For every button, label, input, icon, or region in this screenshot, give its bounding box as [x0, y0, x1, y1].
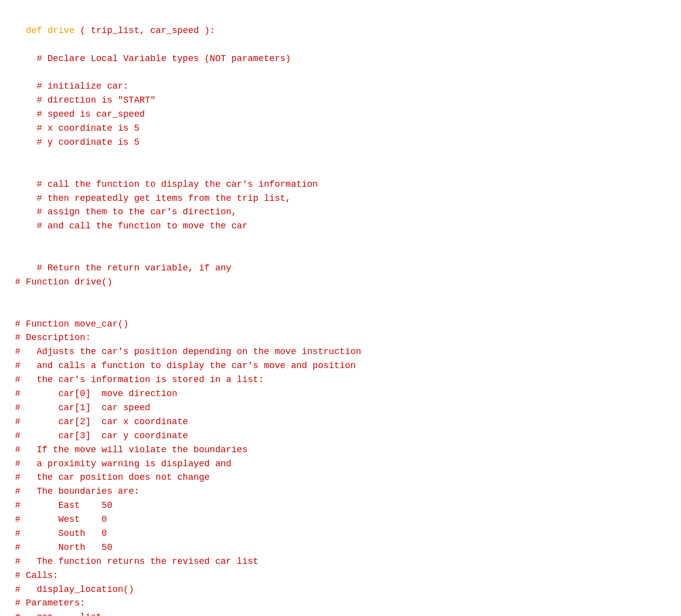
comment-proximity: # a proximity warning is displayed and: [15, 459, 231, 469]
blank-line-5: [15, 235, 21, 245]
comment-then: # then repeatedly get items from the tri…: [15, 193, 291, 203]
comment-function-drive: # Function drive(): [15, 277, 112, 287]
comment-car1: # car[1] car speed: [15, 403, 150, 413]
comment-calls: # Calls:: [15, 570, 58, 580]
blank-line-7: [15, 291, 21, 301]
code-editor: def drive ( trip_list, car_speed ): # De…: [15, 10, 666, 616]
comment-speed: # speed is car_speed: [15, 109, 145, 119]
comment-and-calls: # and calls a function to display the ca…: [15, 361, 356, 371]
comment-stored: # the car's information is stored in a l…: [15, 375, 264, 385]
function-signature: drive ( trip_list, car_speed ):: [42, 26, 215, 36]
comment-car3: # car[3] car y coordinate: [15, 431, 188, 441]
comment-display-location: # display_location(): [15, 584, 134, 594]
comment-adjusts: # Adjusts the car's position depending o…: [15, 347, 361, 357]
comment-description: # Description:: [15, 333, 91, 343]
blank-line-3: [15, 151, 21, 161]
blank-line-4: [15, 165, 21, 175]
comment-revised: # The function returns the revised car l…: [15, 556, 258, 566]
comment-function-move-car: # Function move_car(): [15, 319, 129, 329]
comment-south: # South 0: [15, 528, 107, 538]
comment-east: # East 50: [15, 500, 112, 510]
keyword-def: def: [26, 26, 42, 36]
comment-direction: # direction is "START": [15, 95, 156, 105]
comment-declare: # Declare Local Variable types (NOT para…: [15, 54, 291, 64]
comment-boundaries: # The boundaries are:: [15, 486, 139, 496]
comment-y: # y coordinate is 5: [15, 137, 139, 147]
blank-line-8: [15, 305, 21, 315]
comment-west: # West 0: [15, 514, 107, 524]
blank-line-1: [15, 40, 21, 50]
comment-assign: # assign them to the car's direction,: [15, 207, 237, 217]
comment-position: # the car position does not change: [15, 472, 210, 482]
comment-car-list-param: # car list: [15, 612, 102, 616]
comment-and-call: # and call the function to move the car: [15, 221, 247, 231]
comment-return: # Return the return variable, if any: [15, 263, 231, 273]
blank-line-6: [15, 249, 21, 259]
comment-north: # North 50: [15, 542, 112, 552]
comment-parameters: # Parameters:: [15, 598, 85, 608]
comment-car0: # car[0] move direction: [15, 389, 177, 399]
comment-car2: # car[2] car x coordinate: [15, 417, 188, 427]
comment-x: # x coordinate is 5: [15, 123, 139, 133]
def-line: def drive ( trip_list, car_speed ):: [26, 26, 215, 36]
comment-call-display: # call the function to display the car's…: [15, 179, 318, 189]
comment-if-move: # If the move will violate the boundarie…: [15, 445, 247, 455]
comment-init: # initialize car:: [15, 81, 129, 91]
blank-line-2: [15, 68, 21, 78]
